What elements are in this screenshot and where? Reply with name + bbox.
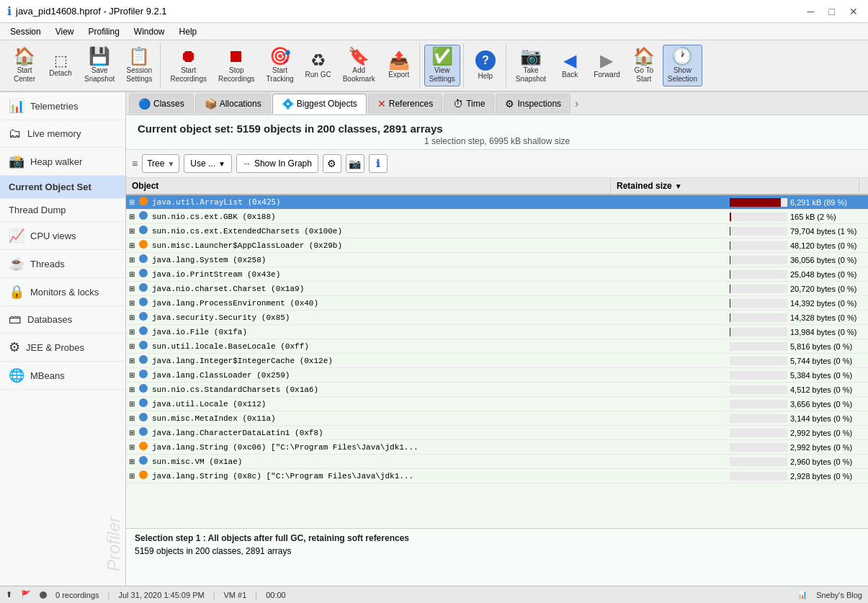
table-row[interactable]: ⊞ java.lang.Integer$IntegerCache (0x12e)… bbox=[126, 354, 868, 368]
status-dot bbox=[40, 591, 47, 599]
row-size: 20,720 bytes (0 %) bbox=[724, 283, 868, 295]
help-button[interactable]: ? Help bbox=[468, 45, 503, 86]
sidebar-item-thread-dump[interactable]: Thread Dump bbox=[0, 199, 125, 222]
table-row[interactable]: ⊞ sun.misc.MetaIndex (0x11a) 3,144 bytes… bbox=[126, 411, 868, 426]
sidebar-item-jee-probes[interactable]: ⚙ JEE & Probes bbox=[0, 334, 125, 362]
expand-icon[interactable]: ⊞ bbox=[126, 443, 138, 451]
table-row[interactable]: ⊞ sun.nio.cs.StandardCharsets (0x1a6) 4,… bbox=[126, 383, 868, 397]
table-row[interactable]: ⊞ sun.util.locale.BaseLocale (0xff) 5,81… bbox=[126, 339, 868, 354]
table-row[interactable]: ⊞ java.util.ArrayList (0x425) 6,291 kB (… bbox=[126, 195, 868, 210]
table-row[interactable]: ⊞ java.io.PrintStream (0x43e) 25,048 byt… bbox=[126, 267, 868, 282]
status-separator2: | bbox=[213, 591, 215, 599]
sidebar-item-current-object-set[interactable]: Current Object Set bbox=[0, 176, 125, 199]
menu-profiling[interactable]: Profiling bbox=[83, 25, 125, 38]
stop-recordings-button[interactable]: ⏹ StopRecordings bbox=[213, 45, 260, 86]
menu-help[interactable]: Help bbox=[174, 25, 203, 38]
table-row[interactable]: ⊞ java.util.Locale (0x112) 3,656 bytes (… bbox=[126, 397, 868, 411]
view-settings-button[interactable]: ✅ ViewSettings bbox=[424, 45, 460, 86]
expand-icon[interactable]: ⊞ bbox=[126, 227, 138, 235]
table-row[interactable]: ⊞ sun.nio.cs.ext.GBK (0x188) 165 kB (2 %… bbox=[126, 210, 868, 224]
tab-references[interactable]: ✕ References bbox=[368, 94, 442, 114]
start-tracking-button[interactable]: 🎯 StartTracking bbox=[261, 45, 299, 86]
table-row[interactable]: ⊞ java.io.File (0x1fa) 13,984 bytes (0 %… bbox=[126, 325, 868, 339]
expand-icon[interactable]: ⊞ bbox=[126, 457, 138, 465]
tab-allocations[interactable]: 📦 Allocations bbox=[195, 94, 271, 114]
start-recordings-button[interactable]: ⏺ StartRecordings bbox=[165, 45, 212, 86]
tab-classes[interactable]: 🔵 Classes bbox=[129, 94, 194, 114]
size-value: 3,144 bytes (0 %) bbox=[790, 414, 852, 423]
table-row[interactable]: ⊞ sun.nio.cs.ext.ExtendedCharsets (0x100… bbox=[126, 224, 868, 238]
tree-select[interactable]: Tree ▼ bbox=[142, 154, 179, 173]
show-graph-button[interactable]: ↔ Show In Graph bbox=[236, 154, 318, 173]
go-to-start-button[interactable]: 🏠 Go ToStart bbox=[627, 45, 661, 86]
minimize-button[interactable]: ─ bbox=[805, 6, 818, 17]
table-row[interactable]: ⊞ java.security.Security (0x85) 14,328 b… bbox=[126, 311, 868, 325]
back-button[interactable]: ◀ Back bbox=[552, 45, 587, 86]
start-center-button[interactable]: 🏠 StartCenter bbox=[7, 45, 42, 86]
expand-icon[interactable]: ⊞ bbox=[126, 342, 138, 350]
expand-icon[interactable]: ⊞ bbox=[126, 313, 138, 321]
row-size: 5,384 bytes (0 %) bbox=[724, 370, 868, 381]
expand-icon[interactable]: ⊞ bbox=[126, 198, 138, 206]
menu-session[interactable]: Session bbox=[4, 25, 47, 38]
table-row[interactable]: ⊞ java.lang.ClassLoader (0x259) 5,384 by… bbox=[126, 368, 868, 383]
sidebar-item-mbeans[interactable]: 🌐 MBeans bbox=[0, 362, 125, 390]
maximize-button[interactable]: □ bbox=[826, 6, 838, 17]
row-object-name: java.lang.System (0x258) bbox=[149, 254, 724, 266]
detach-button[interactable]: ⬚ Detach bbox=[43, 45, 78, 86]
sidebar-item-heap-walker[interactable]: 📸 Heap walker bbox=[0, 148, 125, 176]
table-row[interactable]: ⊞ java.lang.ProcessEnvironment (0x40) 14… bbox=[126, 296, 868, 311]
expand-icon[interactable]: ⊞ bbox=[126, 256, 138, 264]
add-bookmark-button[interactable]: 🔖 AddBookmark bbox=[338, 45, 380, 86]
tab-inspections[interactable]: ⚙ Inspections bbox=[496, 94, 571, 114]
expand-icon[interactable]: ⊞ bbox=[126, 472, 138, 480]
export-button[interactable]: 📤 Export bbox=[382, 45, 416, 86]
table-row[interactable]: ⊞ java.lang.CharacterDataLatin1 (0xf8) 2… bbox=[126, 426, 868, 440]
sidebar-item-telemetries[interactable]: 📊 Telemetries bbox=[0, 92, 125, 120]
table-row[interactable]: ⊞ java.lang.String (0xc06) ["C:\Program … bbox=[126, 440, 868, 455]
table-row[interactable]: ⊞ sun.misc.Launcher$AppClassLoader (0x29… bbox=[126, 238, 868, 253]
session-settings-button[interactable]: 📋 SessionSettings bbox=[121, 45, 157, 86]
save-snapshot-button[interactable]: 💾 SaveSnapshot bbox=[79, 45, 120, 86]
forward-button[interactable]: ▶ Forward bbox=[589, 45, 625, 86]
sidebar-item-live-memory[interactable]: 🗂 Live memory bbox=[0, 120, 125, 148]
table-row[interactable]: ⊞ java.lang.String (0x8c) ["C:\Program F… bbox=[126, 469, 868, 483]
use-button[interactable]: Use ... ▼ bbox=[184, 154, 232, 173]
expand-icon[interactable]: ⊞ bbox=[126, 414, 138, 422]
expand-icon[interactable]: ⊞ bbox=[126, 328, 138, 336]
expand-icon[interactable]: ⊞ bbox=[126, 429, 138, 437]
expand-icon[interactable]: ⊞ bbox=[126, 213, 138, 220]
expand-icon[interactable]: ⊞ bbox=[126, 400, 138, 408]
tab-biggest-objects[interactable]: 💠 Biggest Objects bbox=[272, 94, 367, 114]
expand-icon[interactable]: ⊞ bbox=[126, 357, 138, 365]
tab-time[interactable]: ⏱ Time bbox=[444, 94, 494, 114]
info-icon-button[interactable]: ℹ bbox=[369, 154, 388, 173]
sidebar-item-cpu-views[interactable]: 📈 CPU views bbox=[0, 222, 125, 250]
show-selection-button[interactable]: 🕐 ShowSelection bbox=[663, 45, 702, 86]
table-row[interactable]: ⊞ java.nio.charset.Charset (0x1a9) 20,72… bbox=[126, 282, 868, 296]
close-button[interactable]: ✕ bbox=[846, 6, 861, 17]
tabs-more-button[interactable]: › bbox=[575, 97, 578, 110]
expand-icon[interactable]: ⊞ bbox=[126, 385, 138, 393]
size-value: 5,816 bytes (0 %) bbox=[790, 342, 852, 351]
table-row[interactable]: ⊞ java.lang.System (0x258) 36,056 bytes … bbox=[126, 253, 868, 267]
expand-icon[interactable]: ⊞ bbox=[126, 299, 138, 307]
expand-icon[interactable]: ⊞ bbox=[126, 270, 138, 278]
run-gc-button[interactable]: ♻ Run GC bbox=[300, 45, 336, 86]
expand-icon[interactable]: ⊞ bbox=[126, 241, 138, 249]
expand-icon[interactable]: ⊞ bbox=[126, 371, 138, 379]
take-snapshot-button[interactable]: 📷 TakeSnapshot bbox=[511, 45, 551, 86]
sidebar-item-threads[interactable]: ☕ Threads bbox=[0, 250, 125, 278]
camera-icon-button[interactable]: 📷 bbox=[346, 154, 364, 173]
row-type-icon bbox=[138, 312, 149, 323]
view-settings-icon: ✅ bbox=[431, 48, 453, 65]
sidebar-item-monitors-locks[interactable]: 🔒 Monitors & locks bbox=[0, 278, 125, 306]
expand-icon[interactable]: ⊞ bbox=[126, 285, 138, 292]
menu-window[interactable]: Window bbox=[128, 25, 171, 38]
row-object-name: java.lang.ProcessEnvironment (0x40) bbox=[149, 298, 724, 309]
settings-icon-button[interactable]: ⚙ bbox=[323, 154, 341, 173]
menu-view[interactable]: View bbox=[50, 25, 80, 38]
table-row[interactable]: ⊞ sun.misc.VM (0x1ae) 2,960 bytes (0 %) bbox=[126, 455, 868, 469]
sidebar-item-databases[interactable]: 🗃 Databases bbox=[0, 306, 125, 334]
mbeans-label: MBeans bbox=[30, 370, 65, 381]
